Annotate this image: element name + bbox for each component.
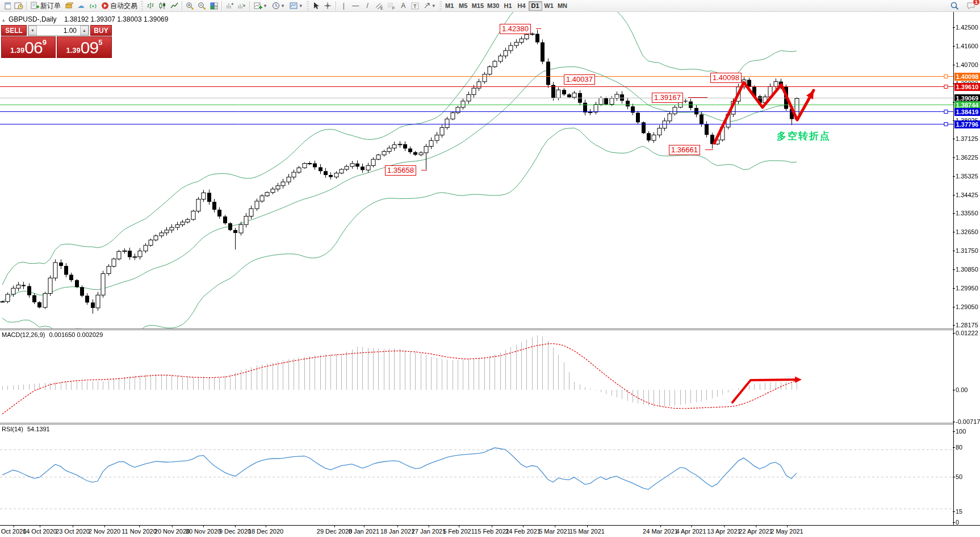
search-icon[interactable] (948, 1, 960, 11)
templates-button[interactable]: ▼ (287, 1, 305, 11)
price-tick: 1.29050 (956, 303, 978, 310)
date-label: 13 Apr 2021 (707, 528, 740, 535)
date-label: 24 Feb 2021 (505, 528, 541, 535)
auto-scroll-icon[interactable] (236, 1, 248, 11)
date-label: 5 Mar 2021 (539, 528, 571, 535)
timeframe-button-m1[interactable]: M1 (443, 1, 457, 11)
time-axis[interactable]: Oct 202014 Oct 202023 Oct 20202 Nov 2020… (0, 525, 980, 537)
price-tick: 1.29950 (956, 285, 978, 292)
date-label: 22 Apr 2021 (739, 528, 772, 535)
buy-price-base: 1.39 (66, 45, 81, 56)
macd-tick: 0.01222 (956, 330, 978, 336)
toolbar-separator (26, 1, 27, 10)
date-label: 2 Nov 2020 (89, 528, 120, 535)
line-chart-icon[interactable] (168, 1, 180, 11)
one-click-trading-panel: SELL ▼ 1.00 ▲ BUY 1.39 06 9 1.39 09 5 (1, 25, 112, 58)
buy-price-display[interactable]: 1.39 09 5 (57, 36, 112, 58)
date-label: 14 Oct 2020 (23, 528, 57, 535)
channel-tool-icon[interactable]: E (374, 1, 386, 11)
vertical-line-tool-icon[interactable]: | (338, 1, 350, 11)
add-indicator-button[interactable]: ▼ (252, 1, 270, 11)
notification-count-badge: 1 (973, 0, 980, 6)
signal-icon[interactable] (87, 1, 99, 11)
price-axis[interactable]: 1.425001.416001.407001.398001.389001.380… (953, 12, 980, 525)
chart-window-icon[interactable] (1, 1, 12, 11)
buy-price-main: 09 (81, 39, 98, 56)
tile-windows-icon[interactable] (208, 1, 220, 11)
volume-decrease-button[interactable]: ▼ (28, 26, 37, 35)
timeframe-button-h1[interactable]: H1 (501, 1, 515, 11)
timeframe-button-m15[interactable]: M15 (470, 1, 485, 11)
price-tick: 1.30850 (956, 266, 978, 273)
chart-history-icon[interactable] (12, 1, 24, 11)
date-label: 18 Dec 2020 (248, 528, 283, 535)
chart-title: ▴ GBPUSD-,Daily 1.38192 1.39307 1.38003 … (2, 15, 168, 23)
collapse-arrow-icon[interactable]: ▴ (2, 17, 5, 23)
price-chart-canvas[interactable] (0, 12, 953, 328)
price-annotation[interactable]: 1.42380 (500, 24, 531, 34)
date-label: 15 Feb 2021 (474, 528, 509, 535)
trendline-tool-icon[interactable]: / (362, 1, 374, 11)
price-tick: 1.32650 (956, 228, 978, 235)
price-annotation[interactable]: 1.40037 (564, 74, 595, 85)
ohlc-values: 1.38192 1.39307 1.38003 1.39069 (64, 15, 169, 23)
price-annotation[interactable]: 1.40098 (710, 73, 742, 83)
svg-text:T: T (413, 3, 417, 9)
toolbar-grip (439, 1, 442, 10)
crosshair-icon[interactable] (322, 1, 334, 11)
volume-increase-button[interactable]: ▲ (80, 26, 89, 35)
price-tick: 1.34425 (956, 192, 978, 198)
rsi-tick: 100 (956, 428, 966, 435)
date-label: 20 Nov 2020 (154, 528, 190, 535)
rsi-tick: 80 (956, 444, 962, 451)
date-label: 9 Dec 2020 (219, 528, 251, 535)
price-annotation[interactable]: 1.39167 (652, 93, 683, 103)
autotrade-button[interactable]: 自动交易 (99, 1, 140, 11)
text-tool-icon[interactable]: A (397, 1, 409, 11)
timeframe-button-mn[interactable]: MN (556, 1, 569, 11)
chevron-down-icon: ▼ (280, 3, 285, 9)
periods-button[interactable]: ▼ (270, 1, 287, 11)
timeframe-button-w1[interactable]: W1 (542, 1, 556, 11)
chevron-down-icon: ▼ (432, 3, 436, 9)
chart-shift-icon[interactable] (224, 1, 236, 11)
timeframe-button-m30[interactable]: M30 (485, 1, 501, 11)
date-label: 11 Nov 2020 (122, 528, 157, 535)
zoom-in-icon[interactable] (184, 1, 196, 11)
sell-price-main: 06 (24, 39, 42, 56)
cursor-icon[interactable] (310, 1, 322, 11)
rsi-panel-canvas[interactable] (0, 424, 953, 525)
timeframe-button-d1[interactable]: D1 (529, 1, 542, 11)
toolbar-separator (221, 1, 222, 10)
price-annotation[interactable]: 1.35658 (385, 165, 416, 176)
price-level-badge: 1.37796 (954, 120, 980, 128)
top-toolbar: 新订单 ☁ 自动交易 ▼ ▼ ▼ (0, 0, 980, 12)
horizontal-line-tool-icon[interactable]: — (350, 1, 362, 11)
date-label: 23 Oct 2020 (56, 528, 90, 535)
candlestick-chart-icon[interactable] (156, 1, 168, 11)
fibonacci-tool-icon[interactable]: F (386, 1, 397, 11)
market-depth-icon[interactable] (63, 1, 75, 11)
arrows-tool-button[interactable]: ▼ (421, 1, 438, 11)
turning-point-note[interactable]: 多空转折点 (777, 130, 831, 143)
timeframe-button-h4[interactable]: H4 (515, 1, 529, 11)
rsi-name: RSI(14) (2, 426, 23, 432)
community-icon[interactable]: ☁ (75, 1, 87, 11)
new-order-button[interactable]: 新订单 (28, 1, 63, 11)
timeframe-group: M1M5M15M30H1H4D1W1MN (443, 1, 569, 11)
macd-panel-canvas[interactable] (0, 330, 953, 423)
date-label: 4 Apr 2021 (676, 528, 706, 535)
sell-button[interactable]: SELL (1, 25, 27, 36)
zoom-out-icon[interactable] (196, 1, 208, 11)
price-tick: 1.40700 (956, 61, 978, 68)
bar-chart-icon[interactable] (144, 1, 156, 11)
price-annotation[interactable]: 1.36661 (669, 145, 700, 155)
text-label-tool-icon[interactable]: T (409, 1, 421, 11)
sell-price-display[interactable]: 1.39 06 9 (1, 36, 56, 58)
toolbar-grip (141, 1, 143, 10)
toolbar-separator (249, 1, 250, 10)
price-tick: 1.42500 (956, 24, 978, 31)
timeframe-button-m5[interactable]: M5 (457, 1, 470, 11)
notifications-button[interactable]: 1 (965, 1, 977, 11)
macd-indicator-label: MACD(12,26,9) 0.001650 0.002029 (2, 331, 103, 338)
